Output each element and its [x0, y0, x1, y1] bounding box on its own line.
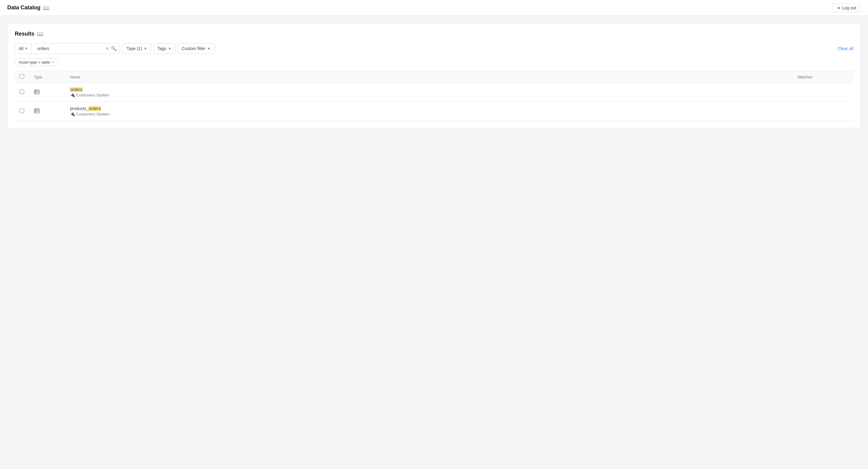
row1-name[interactable]: orders	[70, 87, 788, 92]
row1-source-icon: 🔌	[70, 93, 75, 97]
table-row: products_orders 🔌 Customers System	[15, 102, 853, 121]
logout-icon: ⇥	[837, 5, 840, 10]
search-box: ✕ 🔍	[34, 43, 120, 54]
table-type-icon	[34, 89, 40, 95]
row1-matches-cell	[793, 83, 853, 102]
row2-name-prefix: products_	[70, 106, 88, 111]
row2-source: 🔌 Customers System	[70, 111, 788, 116]
row1-type-cell	[29, 83, 65, 102]
select-all-column	[15, 71, 29, 83]
row2-source-name: Customers System	[76, 112, 110, 116]
row1-name-cell: orders 🔌 Customers System	[65, 83, 793, 102]
row2-source-icon: 🔌	[70, 111, 75, 116]
table-header: Type Name Matches	[15, 71, 853, 83]
matches-column-header: Matches	[793, 71, 853, 83]
results-heading: Results	[15, 31, 34, 37]
row2-type-cell	[29, 102, 65, 121]
results-book-icon: 📖	[37, 30, 43, 37]
remove-asset-type-filter-icon[interactable]: ×	[52, 60, 54, 65]
results-table: Type Name Matches	[15, 71, 853, 121]
select-all-checkbox[interactable]	[20, 74, 24, 79]
table-type-icon	[34, 108, 40, 114]
row2-matches-cell	[793, 102, 853, 121]
clear-all-label: Clear all	[838, 46, 853, 51]
scope-chevron-icon: ▼	[25, 47, 28, 51]
results-panel: Results 📖 All ▼ ✕ 🔍 Type (1) ▼ Tag	[7, 23, 861, 128]
search-icon[interactable]: 🔍	[111, 46, 117, 51]
row2-name-cell: products_orders 🔌 Customers System	[65, 102, 793, 121]
clear-search-icon[interactable]: ✕	[105, 46, 109, 52]
filter-row: All ▼ ✕ 🔍 Type (1) ▼ Tags ▼ Custom filte…	[15, 43, 853, 54]
type-filter-button[interactable]: Type (1) ▼	[122, 43, 151, 54]
row1-checkbox[interactable]	[20, 90, 24, 94]
row1-source-name: Customers System	[76, 93, 110, 97]
row1-source: 🔌 Customers System	[70, 93, 788, 97]
search-input[interactable]	[37, 46, 103, 51]
main-content: Results 📖 All ▼ ✕ 🔍 Type (1) ▼ Tag	[0, 16, 868, 136]
active-filters-row: Asset type = table ×	[15, 58, 853, 66]
row2-checkbox[interactable]	[20, 108, 24, 113]
asset-type-filter-label: Asset type = table	[19, 60, 50, 65]
app-title: Data Catalog 📖	[7, 4, 50, 11]
scope-selected: All	[19, 46, 24, 51]
app-title-text: Data Catalog	[7, 4, 40, 11]
type-filter-label: Type (1)	[126, 46, 142, 51]
name-column-header: Name	[65, 71, 793, 83]
custom-filter-button[interactable]: Custom filter ▼	[178, 43, 214, 54]
logout-button[interactable]: ⇥ Log out	[832, 3, 861, 12]
tags-filter-label: Tags	[157, 46, 166, 51]
asset-type-filter-tag: Asset type = table ×	[15, 58, 58, 66]
row2-name-highlight: orders	[88, 106, 101, 111]
svg-rect-0	[34, 90, 39, 94]
scope-dropdown[interactable]: All ▼	[15, 43, 32, 54]
type-chevron-icon: ▼	[144, 47, 147, 51]
top-bar: Data Catalog 📖 ⇥ Log out	[0, 0, 868, 16]
row1-name-highlight: orders	[70, 87, 83, 92]
row2-name[interactable]: products_orders	[70, 106, 788, 111]
book-icon: 📖	[43, 4, 50, 11]
row2-checkbox-cell	[15, 102, 29, 121]
svg-rect-4	[34, 109, 39, 113]
results-header: Results 📖	[15, 30, 853, 37]
row1-checkbox-cell	[15, 83, 29, 102]
table-row: orders 🔌 Customers System	[15, 83, 853, 102]
tags-filter-button[interactable]: Tags ▼	[154, 43, 175, 54]
type-column-header: Type	[29, 71, 65, 83]
logout-label: Log out	[842, 5, 856, 10]
table-body: orders 🔌 Customers System	[15, 83, 853, 121]
tags-chevron-icon: ▼	[168, 47, 171, 51]
clear-all-button[interactable]: Clear all	[838, 46, 853, 51]
custom-filter-chevron-icon: ▼	[207, 47, 211, 51]
custom-filter-label: Custom filter	[182, 46, 206, 51]
